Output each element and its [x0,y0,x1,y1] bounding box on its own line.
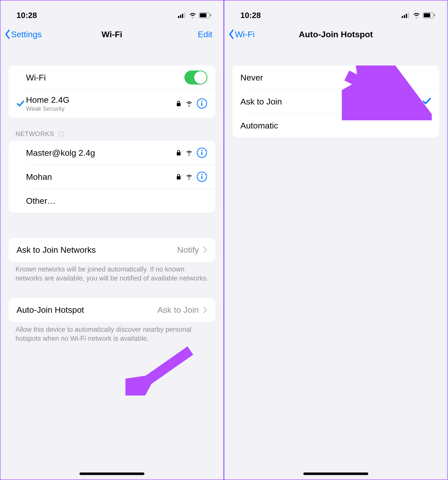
nav-title: Auto-Join Hotspot [224,30,447,39]
status-time: 10:28 [16,11,37,20]
auto-join-group: Auto-Join Hotspot Ask to Join [8,298,215,322]
svg-rect-33 [424,13,430,17]
svg-line-18 [59,132,60,133]
status-time: 10:28 [240,11,261,20]
wifi-signal-icon [186,174,192,180]
svg-rect-7 [177,103,180,106]
ask-to-join-group: Ask to Join Networks Notify [8,238,215,262]
option-label: Automatic [240,121,431,130]
connected-network-subtitle: Weak Security [26,105,175,112]
wifi-signal-icon [186,100,192,107]
home-indicator[interactable] [303,472,368,475]
connected-network-row[interactable]: Home 2.4G Weak Security [8,90,215,118]
svg-rect-29 [404,15,405,18]
ask-to-join-footer: Known networks will be joined automatica… [0,262,223,283]
lock-icon [175,174,182,180]
svg-rect-6 [210,14,211,16]
svg-rect-5 [200,13,206,17]
lock-icon [175,100,182,107]
wifi-signal-icon [186,150,192,156]
back-label: Settings [11,30,42,39]
networks-header: NETWORKS [0,118,223,141]
svg-point-9 [201,101,203,102]
svg-line-27 [140,350,190,386]
nav-bar: Wi-Fi Auto-Join Hotspot [224,23,447,50]
checkmark-icon [16,100,24,108]
info-icon[interactable] [196,98,207,109]
status-icons [178,12,211,18]
wifi-status-icon [189,12,196,18]
chevron-right-icon [203,306,207,314]
svg-rect-23 [177,176,180,180]
svg-point-25 [201,174,203,175]
svg-rect-28 [402,16,403,18]
ask-to-join-label: Ask to Join Networks [16,245,177,255]
chevron-left-icon [4,29,11,39]
wifi-toggle-row[interactable]: Wi-Fi [8,66,215,90]
svg-rect-26 [201,176,202,179]
network-row[interactable]: Master@kolg 2.4g [8,141,215,165]
info-icon[interactable] [196,171,207,182]
option-ask-to-join[interactable]: Ask to Join [232,90,439,114]
network-name: Mohan [26,172,175,182]
connected-network-name: Home 2.4G [26,95,175,105]
phone-left: 10:28 Settings Wi-Fi Edit Wi-Fi [0,0,224,480]
chevron-right-icon [203,246,207,254]
svg-line-12 [62,132,63,133]
ask-to-join-row[interactable]: Ask to Join Networks Notify [8,238,215,262]
other-network-row[interactable]: Other… [8,189,215,213]
wifi-toggle[interactable] [184,70,207,84]
battery-icon [423,12,435,18]
svg-rect-31 [408,12,409,18]
svg-line-16 [59,135,60,136]
edit-button[interactable]: Edit [198,30,215,39]
svg-rect-22 [201,152,202,155]
auto-join-value: Ask to Join [157,305,199,315]
spinner-icon [57,130,65,138]
wifi-toggle-label: Wi-Fi [26,73,184,82]
wifi-status-icon [413,12,420,18]
svg-rect-10 [201,102,202,106]
option-label: Never [240,73,431,82]
cellular-icon [178,12,186,18]
networks-header-label: NETWORKS [15,130,54,138]
svg-rect-19 [177,152,180,156]
battery-icon [199,12,211,18]
status-icons [402,12,435,18]
svg-rect-34 [434,14,435,16]
home-indicator[interactable] [79,472,144,475]
annotation-arrow-icon [125,346,195,396]
svg-rect-0 [178,16,179,18]
status-bar: 10:28 [0,0,223,23]
status-bar: 10:28 [224,0,447,23]
auto-join-label: Auto-Join Hotspot [16,305,157,315]
option-label: Ask to Join [240,97,422,106]
back-label: Wi-Fi [235,30,255,39]
network-row[interactable]: Mohan [8,165,215,189]
cellular-icon [402,12,410,18]
other-label: Other… [26,196,207,206]
svg-line-14 [62,135,63,136]
network-name: Master@kolg 2.4g [26,148,175,158]
auto-join-row[interactable]: Auto-Join Hotspot Ask to Join [8,298,215,322]
svg-rect-1 [180,15,181,18]
svg-rect-3 [184,12,185,18]
option-never[interactable]: Never [232,66,439,90]
wifi-group: Wi-Fi Home 2.4G Weak Security [8,66,215,118]
back-button[interactable]: Settings [4,29,42,39]
option-automatic[interactable]: Automatic [232,114,439,138]
options-group: Never Ask to Join Automatic [232,66,439,138]
info-icon[interactable] [196,147,207,158]
auto-join-footer: Allow this device to automatically disco… [0,322,223,343]
checkmark-icon [422,96,431,106]
nav-bar: Settings Wi-Fi Edit [0,23,223,50]
chevron-left-icon [228,29,235,39]
lock-icon [175,150,182,156]
svg-rect-30 [406,14,407,18]
networks-group: Master@kolg 2.4g Mohan Other… [8,141,215,213]
svg-point-21 [201,150,203,151]
svg-rect-2 [182,14,183,18]
phone-right: 10:28 Wi-Fi Auto-Join Hotspot Never Ask … [224,0,448,480]
back-button[interactable]: Wi-Fi [228,29,255,39]
ask-to-join-value: Notify [177,245,199,255]
